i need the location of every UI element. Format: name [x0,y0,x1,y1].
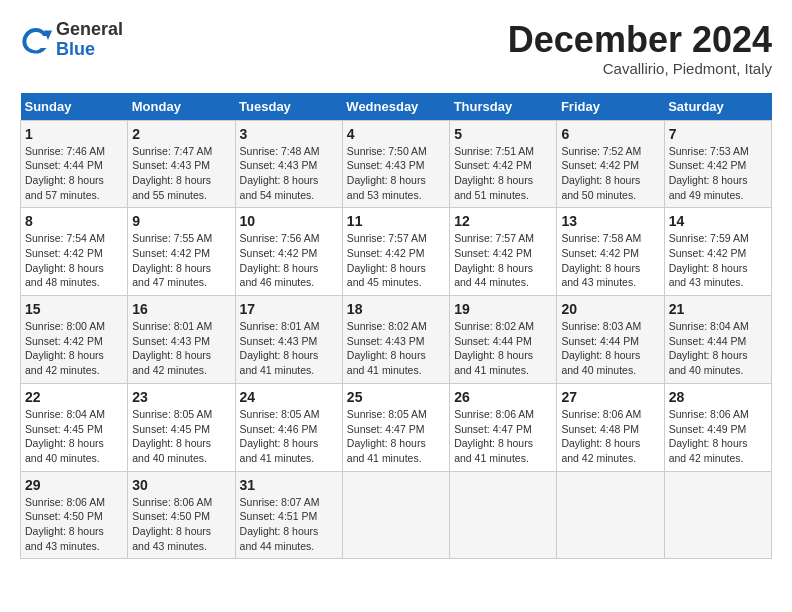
day-info: Sunrise: 7:55 AMSunset: 4:42 PMDaylight:… [132,232,212,288]
calendar-week-4: 29 Sunrise: 8:06 AMSunset: 4:50 PMDaylig… [21,471,772,559]
calendar-cell: 19 Sunrise: 8:02 AMSunset: 4:44 PMDaylig… [450,296,557,384]
day-number: 14 [669,213,767,229]
logo: General Blue [20,20,123,60]
calendar-cell: 2 Sunrise: 7:47 AMSunset: 4:43 PMDayligh… [128,120,235,208]
col-sunday: Sunday [21,93,128,121]
col-thursday: Thursday [450,93,557,121]
day-number: 27 [561,389,659,405]
calendar-cell: 28 Sunrise: 8:06 AMSunset: 4:49 PMDaylig… [664,383,771,471]
day-info: Sunrise: 8:05 AMSunset: 4:45 PMDaylight:… [132,408,212,464]
day-number: 5 [454,126,552,142]
col-monday: Monday [128,93,235,121]
calendar-cell: 17 Sunrise: 8:01 AMSunset: 4:43 PMDaylig… [235,296,342,384]
calendar-cell: 5 Sunrise: 7:51 AMSunset: 4:42 PMDayligh… [450,120,557,208]
calendar-table: Sunday Monday Tuesday Wednesday Thursday… [20,93,772,560]
day-info: Sunrise: 7:50 AMSunset: 4:43 PMDaylight:… [347,145,427,201]
calendar-cell: 30 Sunrise: 8:06 AMSunset: 4:50 PMDaylig… [128,471,235,559]
day-number: 24 [240,389,338,405]
day-number: 21 [669,301,767,317]
day-number: 17 [240,301,338,317]
day-number: 22 [25,389,123,405]
calendar-cell: 20 Sunrise: 8:03 AMSunset: 4:44 PMDaylig… [557,296,664,384]
day-info: Sunrise: 7:52 AMSunset: 4:42 PMDaylight:… [561,145,641,201]
day-number: 4 [347,126,445,142]
day-info: Sunrise: 8:04 AMSunset: 4:44 PMDaylight:… [669,320,749,376]
col-saturday: Saturday [664,93,771,121]
day-number: 28 [669,389,767,405]
calendar-cell [557,471,664,559]
day-number: 18 [347,301,445,317]
day-number: 31 [240,477,338,493]
day-number: 30 [132,477,230,493]
calendar-cell: 7 Sunrise: 7:53 AMSunset: 4:42 PMDayligh… [664,120,771,208]
calendar-cell: 25 Sunrise: 8:05 AMSunset: 4:47 PMDaylig… [342,383,449,471]
col-friday: Friday [557,93,664,121]
calendar-cell [450,471,557,559]
logo-text: General Blue [56,20,123,60]
calendar-cell: 18 Sunrise: 8:02 AMSunset: 4:43 PMDaylig… [342,296,449,384]
calendar-cell: 22 Sunrise: 8:04 AMSunset: 4:45 PMDaylig… [21,383,128,471]
calendar-week-3: 22 Sunrise: 8:04 AMSunset: 4:45 PMDaylig… [21,383,772,471]
page-header: General Blue December 2024 Cavallirio, P… [20,20,772,77]
col-wednesday: Wednesday [342,93,449,121]
title-block: December 2024 Cavallirio, Piedmont, Ital… [508,20,772,77]
day-info: Sunrise: 8:06 AMSunset: 4:47 PMDaylight:… [454,408,534,464]
logo-icon [20,24,52,56]
day-info: Sunrise: 7:47 AMSunset: 4:43 PMDaylight:… [132,145,212,201]
calendar-cell: 11 Sunrise: 7:57 AMSunset: 4:42 PMDaylig… [342,208,449,296]
calendar-cell: 23 Sunrise: 8:05 AMSunset: 4:45 PMDaylig… [128,383,235,471]
day-number: 19 [454,301,552,317]
calendar-cell: 6 Sunrise: 7:52 AMSunset: 4:42 PMDayligh… [557,120,664,208]
day-info: Sunrise: 8:01 AMSunset: 4:43 PMDaylight:… [240,320,320,376]
month-title: December 2024 [508,20,772,60]
day-info: Sunrise: 8:07 AMSunset: 4:51 PMDaylight:… [240,496,320,552]
day-number: 26 [454,389,552,405]
day-number: 16 [132,301,230,317]
calendar-cell: 9 Sunrise: 7:55 AMSunset: 4:42 PMDayligh… [128,208,235,296]
day-info: Sunrise: 8:01 AMSunset: 4:43 PMDaylight:… [132,320,212,376]
location: Cavallirio, Piedmont, Italy [508,60,772,77]
calendar-cell: 1 Sunrise: 7:46 AMSunset: 4:44 PMDayligh… [21,120,128,208]
day-number: 3 [240,126,338,142]
day-info: Sunrise: 8:06 AMSunset: 4:49 PMDaylight:… [669,408,749,464]
calendar-cell: 8 Sunrise: 7:54 AMSunset: 4:42 PMDayligh… [21,208,128,296]
calendar-cell: 15 Sunrise: 8:00 AMSunset: 4:42 PMDaylig… [21,296,128,384]
calendar-cell [342,471,449,559]
day-info: Sunrise: 7:48 AMSunset: 4:43 PMDaylight:… [240,145,320,201]
day-number: 12 [454,213,552,229]
day-info: Sunrise: 8:06 AMSunset: 4:48 PMDaylight:… [561,408,641,464]
day-number: 20 [561,301,659,317]
day-number: 23 [132,389,230,405]
calendar-cell: 14 Sunrise: 7:59 AMSunset: 4:42 PMDaylig… [664,208,771,296]
calendar-cell: 26 Sunrise: 8:06 AMSunset: 4:47 PMDaylig… [450,383,557,471]
header-row: Sunday Monday Tuesday Wednesday Thursday… [21,93,772,121]
calendar-cell: 4 Sunrise: 7:50 AMSunset: 4:43 PMDayligh… [342,120,449,208]
day-info: Sunrise: 7:57 AMSunset: 4:42 PMDaylight:… [347,232,427,288]
day-number: 11 [347,213,445,229]
calendar-week-1: 8 Sunrise: 7:54 AMSunset: 4:42 PMDayligh… [21,208,772,296]
day-info: Sunrise: 7:53 AMSunset: 4:42 PMDaylight:… [669,145,749,201]
day-number: 29 [25,477,123,493]
day-info: Sunrise: 8:06 AMSunset: 4:50 PMDaylight:… [25,496,105,552]
day-number: 13 [561,213,659,229]
calendar-cell: 13 Sunrise: 7:58 AMSunset: 4:42 PMDaylig… [557,208,664,296]
calendar-cell: 3 Sunrise: 7:48 AMSunset: 4:43 PMDayligh… [235,120,342,208]
day-number: 25 [347,389,445,405]
day-info: Sunrise: 8:02 AMSunset: 4:43 PMDaylight:… [347,320,427,376]
calendar-week-0: 1 Sunrise: 7:46 AMSunset: 4:44 PMDayligh… [21,120,772,208]
day-number: 6 [561,126,659,142]
day-info: Sunrise: 7:46 AMSunset: 4:44 PMDaylight:… [25,145,105,201]
calendar-cell: 12 Sunrise: 7:57 AMSunset: 4:42 PMDaylig… [450,208,557,296]
day-number: 10 [240,213,338,229]
day-info: Sunrise: 8:05 AMSunset: 4:46 PMDaylight:… [240,408,320,464]
calendar-cell: 21 Sunrise: 8:04 AMSunset: 4:44 PMDaylig… [664,296,771,384]
calendar-week-2: 15 Sunrise: 8:00 AMSunset: 4:42 PMDaylig… [21,296,772,384]
day-info: Sunrise: 7:51 AMSunset: 4:42 PMDaylight:… [454,145,534,201]
calendar-cell: 24 Sunrise: 8:05 AMSunset: 4:46 PMDaylig… [235,383,342,471]
day-info: Sunrise: 8:04 AMSunset: 4:45 PMDaylight:… [25,408,105,464]
day-number: 8 [25,213,123,229]
calendar-cell [664,471,771,559]
day-info: Sunrise: 8:02 AMSunset: 4:44 PMDaylight:… [454,320,534,376]
calendar-cell: 27 Sunrise: 8:06 AMSunset: 4:48 PMDaylig… [557,383,664,471]
day-info: Sunrise: 7:57 AMSunset: 4:42 PMDaylight:… [454,232,534,288]
